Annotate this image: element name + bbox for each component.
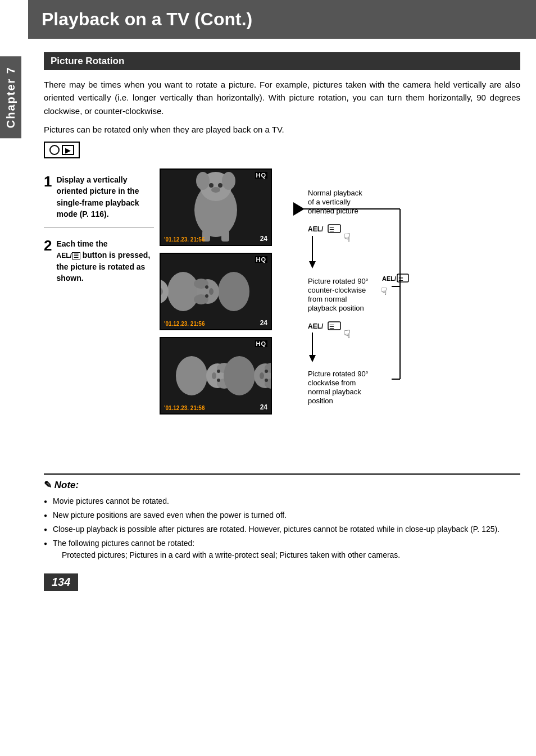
note-item-1: Movie pictures cannot be rotated. — [44, 495, 520, 507]
svg-text:☰: ☰ — [398, 276, 403, 282]
svg-text:oriented picture: oriented picture — [308, 207, 358, 215]
screen3-wrapper: HQ '01.12.23. 21:56 24 — [160, 337, 282, 415]
svg-point-38 — [265, 379, 268, 382]
screen3-timestamp: '01.12.23. 21:56 — [164, 405, 205, 411]
circle-icon — [49, 145, 60, 155]
svg-marker-50 — [309, 261, 316, 268]
svg-text:AEL/: AEL/ — [308, 322, 324, 330]
svg-text:Picture rotated 90°: Picture rotated 90° — [308, 370, 369, 378]
note-title-text: Note: — [54, 480, 79, 490]
svg-text:of a vertically: of a vertically — [308, 198, 351, 206]
screens-col: HQ '01.12.23. 21:56 24 — [160, 168, 282, 462]
divider — [44, 227, 154, 228]
svg-text:counter-clockwise: counter-clockwise — [308, 286, 366, 294]
svg-text:☰: ☰ — [329, 324, 334, 330]
svg-text:Picture rotated 90°: Picture rotated 90° — [308, 277, 369, 285]
screen2-hq: HQ — [255, 256, 268, 263]
annotation-diagram: Normal playback of a vertically oriented… — [288, 168, 417, 461]
note-item-3: Close-up playback is possible after pict… — [44, 523, 520, 535]
svg-text:playback position: playback position — [308, 304, 364, 312]
main-diagram: 1 Display a vertically oriented picture … — [44, 168, 520, 462]
intro-paragraph-1: There may be times when you want to rota… — [44, 78, 520, 117]
note-section: ✎ Note: Movie pictures cannot be rotated… — [44, 473, 520, 561]
svg-point-26 — [176, 356, 207, 395]
svg-text:position: position — [308, 397, 333, 405]
screen1: HQ '01.12.23. 21:56 24 — [160, 168, 272, 246]
screen2: HQ '01.12.23. 21:56 24 — [160, 253, 272, 330]
steps-col: 1 Display a vertically oriented picture … — [44, 168, 154, 462]
note-title: ✎ Note: — [44, 479, 520, 491]
svg-text:☰: ☰ — [329, 226, 334, 233]
svg-point-31 — [217, 379, 220, 382]
screen3-hq: HQ — [255, 340, 268, 347]
svg-point-30 — [217, 370, 220, 373]
svg-text:☟: ☟ — [344, 231, 351, 244]
screen1-timestamp: '01.12.23. 21:56 — [164, 236, 205, 243]
screen3: HQ '01.12.23. 21:56 24 — [160, 337, 272, 415]
svg-point-33 — [224, 356, 255, 395]
section-title: Picture Rotation — [51, 56, 124, 66]
play-icon: ▶ — [62, 145, 74, 155]
screen2-num: 24 — [260, 319, 267, 327]
svg-text:Normal playback: Normal playback — [308, 189, 362, 197]
icon-row: ▶ — [44, 142, 520, 158]
intro-paragraph-2: Pictures can be rotated only when they a… — [44, 123, 520, 136]
mode-icons: ▶ — [44, 142, 80, 158]
screen1-num: 24 — [260, 235, 267, 243]
svg-point-11 — [167, 272, 199, 311]
screen2-timestamp: '01.12.23. 21:56 — [164, 321, 205, 327]
annotations-col: Normal playback of a vertically oriented… — [288, 168, 520, 462]
step2-text-part1: Each time the — [56, 239, 107, 248]
screen2-wrapper: HQ '01.12.23. 21:56 24 — [160, 253, 282, 330]
section-header: Picture Rotation — [44, 52, 520, 70]
svg-text:from normal: from normal — [308, 295, 347, 303]
note-icon: ✎ — [44, 480, 52, 490]
step2-number: 2 — [44, 238, 52, 253]
page-title: Playback on a TV (Cont.) — [42, 9, 252, 29]
svg-point-4 — [222, 172, 235, 190]
dog-image-3 — [161, 338, 271, 413]
dog-image-1 — [161, 170, 271, 245]
dog-image-2 — [161, 254, 271, 329]
screen3-num: 24 — [260, 403, 267, 411]
page-number-block: 134 — [44, 563, 520, 591]
svg-point-22 — [205, 294, 208, 298]
svg-point-6 — [218, 183, 222, 188]
svg-text:☟: ☟ — [381, 286, 387, 297]
step2-ael-label: AEL/☰ — [56, 252, 80, 259]
note-item-4: The following pictures cannot be rotated… — [44, 538, 520, 561]
svg-point-37 — [265, 370, 268, 373]
note-list: Movie pictures cannot be rotated. New pi… — [44, 495, 520, 561]
svg-point-23 — [205, 285, 208, 289]
note-item-2: New picture positions are saved even whe… — [44, 509, 520, 521]
svg-point-3 — [196, 172, 210, 190]
step2-text: Each time the AEL/☰ button is pressed, t… — [56, 238, 154, 284]
svg-text:☟: ☟ — [344, 328, 351, 340]
svg-point-39 — [260, 372, 264, 379]
step1-number: 1 — [44, 174, 52, 189]
svg-rect-9 — [221, 230, 229, 242]
svg-point-32 — [212, 372, 216, 379]
screen1-hq: HQ — [255, 172, 268, 179]
svg-text:AEL/: AEL/ — [382, 275, 396, 282]
svg-point-18 — [218, 272, 249, 311]
chapter-tab: Chapter 7 — [0, 56, 21, 138]
svg-text:normal playback: normal playback — [308, 388, 361, 396]
svg-point-7 — [211, 187, 220, 193]
svg-point-24 — [209, 288, 214, 295]
screen1-wrapper: HQ '01.12.23. 21:56 24 — [160, 168, 282, 246]
page-number: 134 — [44, 573, 78, 591]
svg-text:clockwise from: clockwise from — [308, 379, 356, 387]
step1-text: Display a vertically oriented picture in… — [56, 174, 154, 220]
svg-point-5 — [209, 183, 214, 188]
svg-marker-66 — [309, 355, 316, 362]
svg-text:AEL/: AEL/ — [308, 225, 324, 233]
title-banner: Playback on a TV (Cont.) — [28, 0, 536, 39]
chapter-label: Chapter 7 — [4, 66, 17, 128]
